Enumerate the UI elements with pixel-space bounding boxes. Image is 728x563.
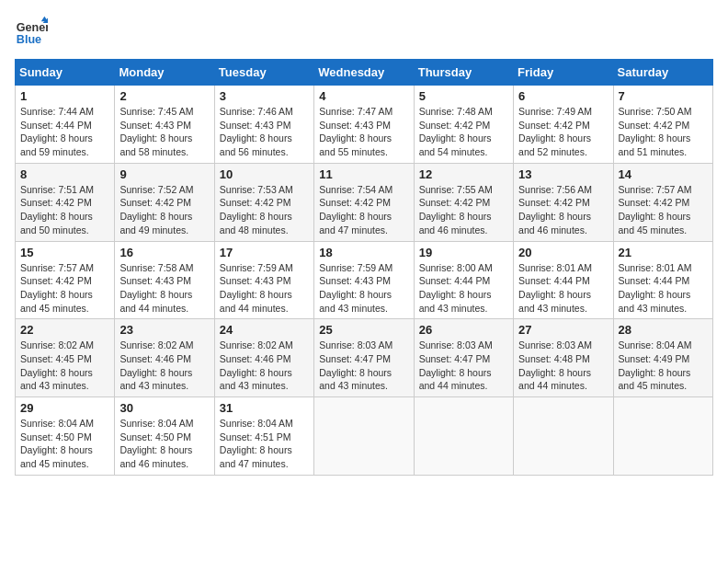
calendar-cell xyxy=(514,397,613,476)
calendar-cell: 30Sunrise: 8:04 AMSunset: 4:50 PMDayligh… xyxy=(115,397,214,476)
calendar-cell: 5Sunrise: 7:48 AMSunset: 4:42 PMDaylight… xyxy=(414,86,513,164)
week-row: 15Sunrise: 7:57 AMSunset: 4:42 PMDayligh… xyxy=(16,241,713,319)
calendar-cell: 9Sunrise: 7:52 AMSunset: 4:42 PMDaylight… xyxy=(115,163,214,241)
calendar-cell: 10Sunrise: 7:53 AMSunset: 4:42 PMDayligh… xyxy=(214,163,313,241)
calendar-cell xyxy=(314,397,414,476)
col-header-thursday: Thursday xyxy=(414,60,513,86)
calendar-cell: 19Sunrise: 8:00 AMSunset: 4:44 PMDayligh… xyxy=(414,241,513,319)
calendar-cell: 8Sunrise: 7:51 AMSunset: 4:42 PMDaylight… xyxy=(16,163,115,241)
calendar-cell: 23Sunrise: 8:02 AMSunset: 4:46 PMDayligh… xyxy=(115,319,214,397)
calendar-cell: 6Sunrise: 7:49 AMSunset: 4:42 PMDaylight… xyxy=(514,86,613,164)
calendar-cell: 22Sunrise: 8:02 AMSunset: 4:45 PMDayligh… xyxy=(16,319,115,397)
calendar-cell: 4Sunrise: 7:47 AMSunset: 4:43 PMDaylight… xyxy=(314,86,414,164)
calendar-cell: 17Sunrise: 7:59 AMSunset: 4:43 PMDayligh… xyxy=(214,241,313,319)
calendar-cell xyxy=(414,397,513,476)
calendar-cell: 28Sunrise: 8:04 AMSunset: 4:49 PMDayligh… xyxy=(613,319,712,397)
calendar-cell: 16Sunrise: 7:58 AMSunset: 4:43 PMDayligh… xyxy=(115,241,214,319)
calendar-cell: 2Sunrise: 7:45 AMSunset: 4:43 PMDaylight… xyxy=(115,86,214,164)
calendar-cell: 25Sunrise: 8:03 AMSunset: 4:47 PMDayligh… xyxy=(314,319,414,397)
page-header: General Blue xyxy=(15,15,713,48)
calendar-cell: 11Sunrise: 7:54 AMSunset: 4:42 PMDayligh… xyxy=(314,163,414,241)
col-header-monday: Monday xyxy=(115,60,214,86)
col-header-wednesday: Wednesday xyxy=(314,60,414,86)
calendar-cell: 1Sunrise: 7:44 AMSunset: 4:44 PMDaylight… xyxy=(16,86,115,164)
week-row: 8Sunrise: 7:51 AMSunset: 4:42 PMDaylight… xyxy=(16,163,713,241)
calendar-cell: 13Sunrise: 7:56 AMSunset: 4:42 PMDayligh… xyxy=(514,163,613,241)
svg-text:Blue: Blue xyxy=(17,33,41,46)
week-row: 22Sunrise: 8:02 AMSunset: 4:45 PMDayligh… xyxy=(16,319,713,397)
week-row: 29Sunrise: 8:04 AMSunset: 4:50 PMDayligh… xyxy=(16,397,713,476)
calendar-cell: 24Sunrise: 8:02 AMSunset: 4:46 PMDayligh… xyxy=(214,319,313,397)
calendar-cell: 3Sunrise: 7:46 AMSunset: 4:43 PMDaylight… xyxy=(214,86,313,164)
calendar-cell: 18Sunrise: 7:59 AMSunset: 4:43 PMDayligh… xyxy=(314,241,414,319)
logo: General Blue xyxy=(15,15,48,48)
col-header-tuesday: Tuesday xyxy=(214,60,313,86)
calendar-cell: 7Sunrise: 7:50 AMSunset: 4:42 PMDaylight… xyxy=(613,86,712,164)
calendar-cell: 21Sunrise: 8:01 AMSunset: 4:44 PMDayligh… xyxy=(613,241,712,319)
calendar-cell: 27Sunrise: 8:03 AMSunset: 4:48 PMDayligh… xyxy=(514,319,613,397)
calendar-table: SundayMondayTuesdayWednesdayThursdayFrid… xyxy=(15,59,713,476)
calendar-cell: 15Sunrise: 7:57 AMSunset: 4:42 PMDayligh… xyxy=(16,241,115,319)
calendar-cell: 26Sunrise: 8:03 AMSunset: 4:47 PMDayligh… xyxy=(414,319,513,397)
calendar-cell: 14Sunrise: 7:57 AMSunset: 4:42 PMDayligh… xyxy=(613,163,712,241)
col-header-saturday: Saturday xyxy=(613,60,712,86)
logo-icon: General Blue xyxy=(15,15,48,48)
week-row: 1Sunrise: 7:44 AMSunset: 4:44 PMDaylight… xyxy=(16,86,713,164)
header-row: SundayMondayTuesdayWednesdayThursdayFrid… xyxy=(16,60,713,86)
col-header-friday: Friday xyxy=(514,60,613,86)
calendar-cell: 20Sunrise: 8:01 AMSunset: 4:44 PMDayligh… xyxy=(514,241,613,319)
col-header-sunday: Sunday xyxy=(16,60,115,86)
calendar-cell xyxy=(613,397,712,476)
calendar-cell: 12Sunrise: 7:55 AMSunset: 4:42 PMDayligh… xyxy=(414,163,513,241)
calendar-cell: 29Sunrise: 8:04 AMSunset: 4:50 PMDayligh… xyxy=(16,397,115,476)
calendar-cell: 31Sunrise: 8:04 AMSunset: 4:51 PMDayligh… xyxy=(214,397,313,476)
